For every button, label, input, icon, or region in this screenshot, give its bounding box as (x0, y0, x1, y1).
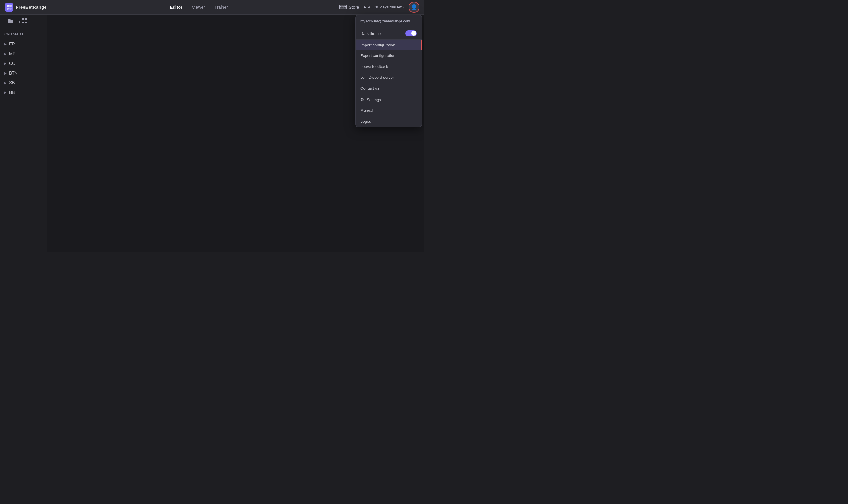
sidebar-item-label-sb: SB (9, 80, 15, 85)
store-button[interactable]: ⌨ Store (339, 4, 359, 11)
dark-theme-row: Dark theme (355, 27, 422, 40)
settings-button[interactable]: ⚙ Settings (355, 94, 422, 105)
svg-rect-4 (22, 18, 24, 20)
svg-rect-5 (25, 18, 27, 20)
app-logo-icon (5, 3, 13, 12)
dark-theme-toggle[interactable] (405, 30, 417, 36)
sidebar-item-co[interactable]: ▶ CO (0, 58, 47, 68)
account-button[interactable]: 👤 (409, 2, 420, 13)
sidebar-item-label-co: CO (9, 61, 15, 66)
sidebar-item-label-bb: BB (9, 90, 15, 95)
collapse-all-button[interactable]: Collapse all (0, 31, 47, 39)
chevron-right-icon: ▶ (4, 52, 7, 55)
account-email: myaccount@freebetrange.com (355, 15, 422, 27)
sidebar-item-label-mp: MP (9, 51, 15, 56)
add-folder-plus-icon: + (4, 20, 6, 24)
sidebar-item-bb[interactable]: ▶ BB (0, 88, 47, 97)
dark-theme-label: Dark theme (360, 31, 381, 36)
svg-rect-1 (10, 5, 12, 7)
import-config-button[interactable]: Import configuration (355, 40, 422, 50)
add-grid-plus-icon: + (18, 20, 21, 24)
contact-us-button[interactable]: Contact us (355, 83, 422, 94)
svg-rect-2 (7, 7, 9, 10)
sidebar-item-label-ep: EP (9, 41, 15, 46)
settings-label: Settings (367, 97, 381, 102)
nav-links: Editor Viewer Trainer (59, 4, 339, 11)
chevron-right-icon: ▶ (4, 42, 7, 46)
add-grid-button[interactable]: + (18, 18, 27, 25)
nav-trainer[interactable]: Trainer (215, 4, 228, 11)
chevron-right-icon: ▶ (4, 81, 7, 85)
join-discord-button[interactable]: Join Discord server (355, 72, 422, 83)
logo-area: FreeBetRange (5, 3, 47, 12)
store-label: Store (349, 5, 359, 10)
grid-icon (22, 18, 27, 25)
sidebar: + + Collapse all (0, 15, 47, 252)
gear-icon: ⚙ (360, 97, 364, 102)
store-icon: ⌨ (339, 4, 347, 11)
svg-rect-7 (25, 21, 27, 23)
logout-button[interactable]: Logout (355, 116, 422, 127)
nav-viewer[interactable]: Viewer (192, 4, 205, 11)
app-title: FreeBetRange (16, 4, 47, 10)
svg-rect-6 (22, 21, 24, 23)
svg-rect-0 (7, 5, 9, 7)
nav-editor[interactable]: Editor (170, 4, 182, 11)
account-icon: 👤 (411, 4, 417, 11)
chevron-right-icon: ▶ (4, 62, 7, 65)
chevron-right-icon: ▶ (4, 91, 7, 94)
chevron-right-icon: ▶ (4, 71, 7, 75)
manual-button[interactable]: Manual (355, 105, 422, 116)
svg-rect-3 (10, 7, 12, 10)
sidebar-item-sb[interactable]: ▶ SB (0, 78, 47, 88)
export-config-button[interactable]: Export configuration (355, 50, 422, 61)
sidebar-toolbar: + + (0, 18, 47, 29)
sidebar-item-mp[interactable]: ▶ MP (0, 49, 47, 58)
account-dropdown-menu: myaccount@freebetrange.com Dark theme Im… (355, 15, 422, 127)
sidebar-item-ep[interactable]: ▶ EP (0, 39, 47, 49)
add-folder-button[interactable]: + (4, 18, 14, 25)
leave-feedback-button[interactable]: Leave feedback (355, 61, 422, 72)
pro-badge: PRO (30 days trial left) (364, 5, 404, 10)
top-navigation: FreeBetRange Editor Viewer Trainer ⌨ Sto… (0, 0, 424, 15)
nav-right: ⌨ Store PRO (30 days trial left) 👤 (339, 2, 420, 13)
folder-icon (7, 18, 14, 25)
sidebar-item-label-btn: BTN (9, 71, 18, 75)
sidebar-item-btn[interactable]: ▶ BTN (0, 68, 47, 78)
